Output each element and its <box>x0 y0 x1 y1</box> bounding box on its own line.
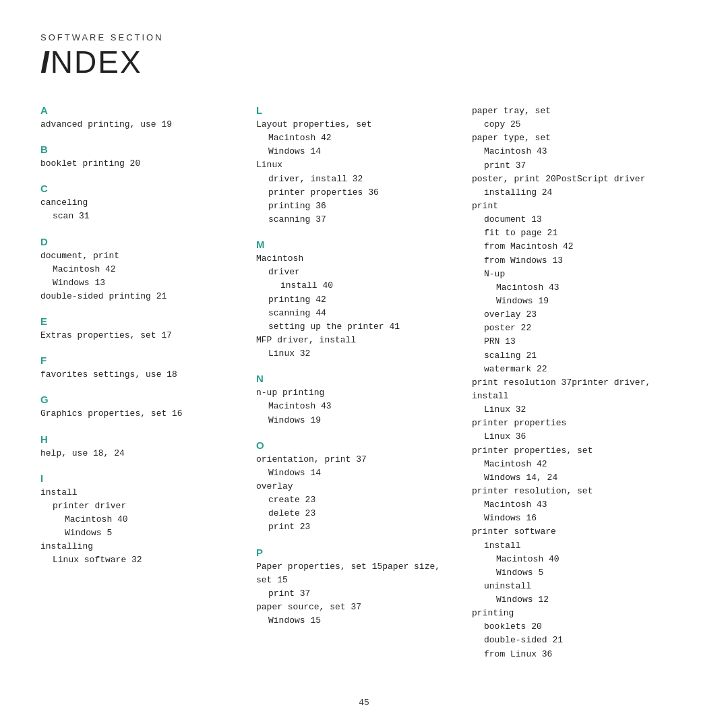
index-entry-text: from Macintosh 42 <box>472 240 674 253</box>
index-entry-text: PRN 13 <box>472 335 674 348</box>
index-entry-text: printer resolution, set <box>472 486 593 496</box>
index-entry-text: paper source, set 37 <box>256 602 361 612</box>
header-subtitle: Software Section <box>40 32 688 42</box>
index-entry-group: document, printMacintosh 42Windows 13dou… <box>40 249 243 304</box>
index-entry-text: scanning 44 <box>256 307 458 320</box>
index-entry-group: orientation, print 37Windows 14overlaycr… <box>256 453 458 535</box>
index-entry-group: Extras properties, set 17 <box>40 329 243 342</box>
column-2: paper tray, setcopy 25paper type, setMac… <box>472 104 688 661</box>
index-entry-group: Graphics properties, set 16 <box>40 407 243 421</box>
index-letter-D: D <box>40 236 243 247</box>
index-entry-group: paper tray, setcopy 25paper type, setMac… <box>472 104 674 661</box>
index-entry-text: install 40 <box>256 279 458 293</box>
column-0: Aadvanced printing, use 19Bbooklet print… <box>40 104 256 661</box>
index-letter-F: F <box>40 355 243 366</box>
index-entry-text: from Windows 13 <box>472 254 674 268</box>
index-entry-text: installing <box>40 541 93 551</box>
index-letter-N: N <box>256 373 458 384</box>
index-entry-group: cancelingscan 31 <box>40 196 243 223</box>
index-entry-text: Linux 32 <box>472 403 674 417</box>
index-entry-text: Linux software 32 <box>40 553 243 567</box>
index-letter-E: E <box>40 315 243 327</box>
index-entry-text: double-sided 21 <box>472 634 674 647</box>
index-entry-text: installing 24 <box>472 186 674 200</box>
index-entry-group: n-up printingMacintosh 43Windows 19 <box>256 386 458 427</box>
header-title: INDEX <box>40 44 688 80</box>
index-entry-text: scan 31 <box>40 210 243 223</box>
index-entry-text: MFP driver, install <box>256 335 356 345</box>
index-entry-text: install <box>472 539 674 553</box>
title-i: I <box>40 44 51 80</box>
index-letter-P: P <box>256 547 458 558</box>
index-entry-text: Macintosh <box>256 253 303 264</box>
index-entry-text: booklets 20 <box>472 620 674 634</box>
index-entry-text: overlay 23 <box>472 308 674 322</box>
index-letter-B: B <box>40 144 243 155</box>
index-entry-text: Macintosh 43 <box>472 281 674 295</box>
index-entry-text: setting up the printer 41 <box>256 320 458 334</box>
index-entry-text: paper tray, set <box>472 106 551 116</box>
index-entry-text: printer properties 36 <box>256 186 458 200</box>
index-entry-text: favorites settings, use 18 <box>40 369 177 380</box>
index-entry-text: Graphics properties, set 16 <box>40 408 183 419</box>
index-entry-text: uninstall <box>472 580 674 593</box>
index-entry-text: copy 25 <box>472 118 674 131</box>
index-entry-group: Macintoshdriverinstall 40printing 42scan… <box>256 252 458 361</box>
index-entry-group: advanced printing, use 19 <box>40 118 243 131</box>
index-letter-L: L <box>256 104 458 116</box>
index-entry-text: Linux 36 <box>472 430 674 444</box>
index-columns: Aadvanced printing, use 19Bbooklet print… <box>40 104 688 661</box>
index-entry-text: poster, print 20 <box>472 174 556 184</box>
index-entry-text: Layout properties, set <box>256 119 372 129</box>
index-entry-group: installprinter driverMacintosh 40Windows… <box>40 486 243 568</box>
index-entry-text: printing <box>472 608 514 618</box>
index-letter-O: O <box>256 439 458 451</box>
index-entry-text: printer driver <box>40 499 243 513</box>
index-entry-text: Macintosh 42 <box>256 131 458 145</box>
index-entry-text: install <box>40 487 78 497</box>
index-letter-A: A <box>40 104 243 116</box>
index-entry-text: driver, install 32 <box>256 173 458 186</box>
page: Software Section INDEX Aadvanced printin… <box>0 0 728 728</box>
index-entry-text: delete 23 <box>256 507 458 520</box>
index-entry-text: Windows 16 <box>472 512 674 525</box>
index-entry-text: Linux 32 <box>256 347 458 361</box>
index-entry-text: printing 36 <box>256 200 458 213</box>
index-entry-text: Windows 12 <box>472 593 674 607</box>
index-entry-text: printing 42 <box>256 293 458 307</box>
index-entry-text: Macintosh 43 <box>472 498 674 512</box>
index-letter-G: G <box>40 394 243 405</box>
index-entry-group: Layout properties, setMacintosh 42Window… <box>256 118 458 226</box>
index-entry-group: booklet printing 20 <box>40 157 243 171</box>
index-entry-text: Macintosh 40 <box>40 513 243 526</box>
index-entry-text: Linux <box>256 160 282 170</box>
index-entry-text: document 13 <box>472 213 674 226</box>
index-entry-text: Windows 14, 24 <box>472 471 674 485</box>
index-entry-text: create 23 <box>256 493 458 507</box>
index-entry-text: print <box>472 201 498 211</box>
index-entry-text: Macintosh 40 <box>472 553 674 566</box>
index-entry-text: Macintosh 42 <box>40 263 243 276</box>
index-entry-text: PostScript driver <box>556 174 646 184</box>
index-letter-M: M <box>256 239 458 250</box>
index-entry-group: Paper properties, set 15paper size, set … <box>256 560 458 628</box>
index-entry-text: print 37 <box>472 159 674 173</box>
index-entry-text: help, use 18, 24 <box>40 448 125 458</box>
index-entry-text: scaling 21 <box>472 349 674 363</box>
index-entry-text: Windows 14 <box>256 466 458 480</box>
index-entry-text: Windows 19 <box>472 295 674 308</box>
index-entry-text: Macintosh 43 <box>256 400 458 413</box>
index-entry-text: fit to page 21 <box>472 226 674 240</box>
title-rest: NDEX <box>51 44 142 80</box>
index-entry-group: favorites settings, use 18 <box>40 368 243 382</box>
index-entry-text: watermark 22 <box>472 363 674 376</box>
index-entry-text: driver <box>256 266 458 279</box>
index-entry-text: Macintosh 43 <box>472 145 674 158</box>
index-entry-text: print resolution 37 <box>472 377 572 388</box>
index-entry-text: printer properties <box>472 418 566 428</box>
index-entry-text: printer properties, set <box>472 446 593 456</box>
index-entry-text: n-up printing <box>256 388 324 398</box>
index-entry-text: Paper properties, set 15 <box>256 562 382 572</box>
index-entry-text: paper type, set <box>472 133 551 143</box>
index-entry-text: Windows 14 <box>256 145 458 158</box>
